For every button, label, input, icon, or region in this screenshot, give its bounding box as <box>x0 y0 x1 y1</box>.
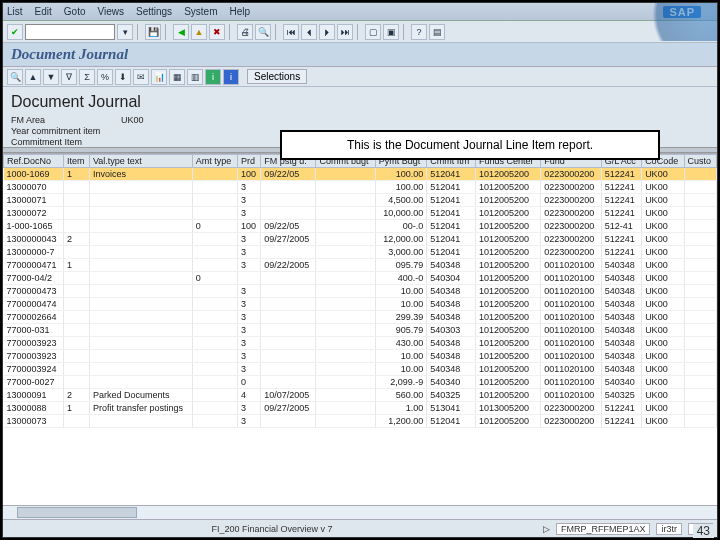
table-cell: UK00 <box>642 285 684 298</box>
table-row[interactable]: 77000-0313905.79540303101200520000110201… <box>4 324 717 337</box>
col-header[interactable]: Val.type text <box>89 155 192 168</box>
table-cell: 0223000200 <box>541 402 601 415</box>
menu-help[interactable]: Help <box>229 6 250 17</box>
table-cell: 13000000-7 <box>4 246 64 259</box>
col-header[interactable]: Amt type <box>192 155 237 168</box>
help-icon[interactable]: ? <box>411 24 427 40</box>
table-row[interactable]: 77000039233430.0054034810120052000011020… <box>4 337 717 350</box>
table-cell: UK00 <box>642 233 684 246</box>
find-icon[interactable]: 🔍 <box>255 24 271 40</box>
table-cell: 0 <box>192 272 237 285</box>
table-row[interactable]: 77000004711309/22/2005095.79540348101200… <box>4 259 717 272</box>
table-row[interactable]: 77000-002702,099.-9540340101200520000110… <box>4 376 717 389</box>
table-cell: 1012005200 <box>475 298 540 311</box>
table-cell: 1013005200 <box>475 402 540 415</box>
back-icon[interactable]: ◀ <box>173 24 189 40</box>
table-row[interactable]: 77000026643299.3954034810120052000011020… <box>4 311 717 324</box>
table-row[interactable]: 130000881Profit transfer postings309/27/… <box>4 402 717 415</box>
layout-select-icon[interactable]: ▥ <box>187 69 203 85</box>
statusbar: FI_200 Financial Overview v 7 ▷ FMRP_RFF… <box>3 519 717 537</box>
selections-button[interactable]: Selections <box>247 69 307 84</box>
table-cell: 540304 <box>427 272 476 285</box>
table-cell: 7700000473 <box>4 285 64 298</box>
menu-goto[interactable]: Goto <box>64 6 86 17</box>
table-cell <box>261 272 316 285</box>
table-cell: 512041 <box>427 415 476 428</box>
menu-settings[interactable]: Settings <box>136 6 172 17</box>
table-cell <box>192 207 237 220</box>
table-row[interactable]: 130000703100.005120411012005200022300020… <box>4 181 717 194</box>
table-cell: 1012005200 <box>475 194 540 207</box>
layout-change-icon[interactable]: ▦ <box>169 69 185 85</box>
dropdown-icon[interactable]: ▾ <box>117 24 133 40</box>
table-cell: 0011020100 <box>541 376 601 389</box>
table-row[interactable]: 130000912Parked Documents410/07/2005560.… <box>4 389 717 402</box>
exit-icon[interactable]: ▲ <box>191 24 207 40</box>
sort-asc-icon[interactable]: ▲ <box>25 69 41 85</box>
table-row[interactable]: 1-000-1065010009/22/0500-.05120411012005… <box>4 220 717 233</box>
shortcut-icon[interactable]: ▣ <box>383 24 399 40</box>
enter-icon[interactable]: ✔ <box>7 24 23 40</box>
table-cell: 1-000-1065 <box>4 220 64 233</box>
horizontal-scrollbar[interactable] <box>3 505 717 519</box>
table-row[interactable]: 1300007134,500.0051204110120052000223000… <box>4 194 717 207</box>
table-container[interactable]: Ref.DocNoItemVal.type textAmt typePrdFM … <box>3 153 717 505</box>
transaction-input[interactable] <box>25 24 115 40</box>
table-cell <box>684 389 716 402</box>
table-cell: 0223000200 <box>541 220 601 233</box>
table-row[interactable]: 7700003923310.00540348101200520000110201… <box>4 350 717 363</box>
table-cell: 3 <box>237 246 260 259</box>
sum-icon[interactable]: Σ <box>79 69 95 85</box>
col-header[interactable]: Item <box>63 155 89 168</box>
table-row[interactable]: 1300007331,200.0051204110120052000223000… <box>4 415 717 428</box>
new-session-icon[interactable]: ▢ <box>365 24 381 40</box>
table-cell: 512041 <box>427 194 476 207</box>
save-icon[interactable]: 💾 <box>145 24 161 40</box>
layout-icon[interactable]: ▤ <box>429 24 445 40</box>
mail-icon[interactable]: ✉ <box>133 69 149 85</box>
table-cell: 540348 <box>601 298 641 311</box>
next-page-icon[interactable]: ⏵ <box>319 24 335 40</box>
table-row[interactable]: 13000000-733,000.00512041101200520002230… <box>4 246 717 259</box>
filter-icon[interactable]: ∇ <box>61 69 77 85</box>
subtotal-icon[interactable]: % <box>97 69 113 85</box>
menu-list[interactable]: List <box>7 6 23 17</box>
table-cell: 77000-0027 <box>4 376 64 389</box>
table-cell: 512041 <box>427 233 476 246</box>
table-row[interactable]: 7700000474310.00540348101200520000110201… <box>4 298 717 311</box>
table-row[interactable]: 77000-04/20400.-054030410120052000011020… <box>4 272 717 285</box>
table-cell: 512041 <box>427 220 476 233</box>
chart-icon[interactable]: 📊 <box>151 69 167 85</box>
table-cell: 430.00 <box>375 337 426 350</box>
info-icon[interactable]: i <box>205 69 221 85</box>
table-row[interactable]: 13000000432309/27/200512,000.00512041101… <box>4 233 717 246</box>
info2-icon[interactable]: i <box>223 69 239 85</box>
table-cell: 12,000.00 <box>375 233 426 246</box>
print-icon[interactable]: 🖨 <box>237 24 253 40</box>
table-cell <box>684 376 716 389</box>
scrollbar-thumb[interactable] <box>17 507 137 518</box>
table-row[interactable]: 7700003924310.00540348101200520000110201… <box>4 363 717 376</box>
detail-icon[interactable]: 🔍 <box>7 69 23 85</box>
table-row[interactable]: 7700000473310.00540348101200520000110201… <box>4 285 717 298</box>
last-page-icon[interactable]: ⏭ <box>337 24 353 40</box>
fm-area-value: UK00 <box>121 115 144 125</box>
col-header[interactable]: Custo <box>684 155 716 168</box>
sort-desc-icon[interactable]: ▼ <box>43 69 59 85</box>
cancel-icon[interactable]: ✖ <box>209 24 225 40</box>
menu-system[interactable]: System <box>184 6 217 17</box>
table-cell: UK00 <box>642 168 684 181</box>
table-cell: 7700003924 <box>4 363 64 376</box>
table-row[interactable]: 1000-10691Invoices10009/22/05100.0051204… <box>4 168 717 181</box>
menu-edit[interactable]: Edit <box>35 6 52 17</box>
export-icon[interactable]: ⬇ <box>115 69 131 85</box>
table-cell: 512241 <box>601 233 641 246</box>
first-page-icon[interactable]: ⏮ <box>283 24 299 40</box>
menu-views[interactable]: Views <box>97 6 124 17</box>
table-cell <box>89 285 192 298</box>
col-header[interactable]: Prd <box>237 155 260 168</box>
table-row[interactable]: 13000072310,000.005120411012005200022300… <box>4 207 717 220</box>
col-header[interactable]: Ref.DocNo <box>4 155 64 168</box>
table-cell <box>684 311 716 324</box>
prev-page-icon[interactable]: ⏴ <box>301 24 317 40</box>
